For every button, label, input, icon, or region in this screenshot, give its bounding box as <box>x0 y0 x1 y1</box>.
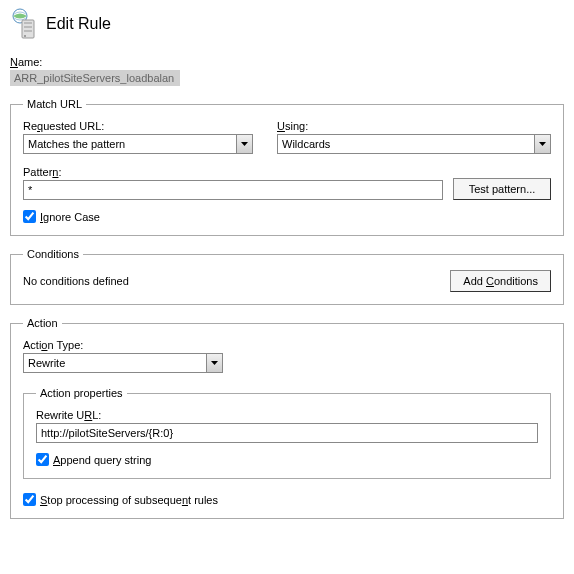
globe-server-icon <box>10 8 38 40</box>
action-type-label: Action Type: <box>23 339 223 351</box>
conditions-legend: Conditions <box>23 248 83 260</box>
using-label: Using: <box>277 120 551 132</box>
page-header: Edit Rule <box>10 8 564 40</box>
match-url-legend: Match URL <box>23 98 86 110</box>
action-properties-legend: Action properties <box>36 387 127 399</box>
page-title: Edit Rule <box>46 15 111 33</box>
chevron-down-icon[interactable] <box>206 354 222 372</box>
action-properties-group: Action properties Rewrite URL: Append qu… <box>23 387 551 479</box>
action-group: Action Action Type: Rewrite Action prope… <box>10 317 564 519</box>
svg-rect-2 <box>24 22 32 24</box>
stop-processing-label: Stop processing of subsequent rules <box>40 494 218 506</box>
append-query-checkbox[interactable] <box>36 453 49 466</box>
chevron-down-icon[interactable] <box>236 135 252 153</box>
pattern-label: Pattern: <box>23 166 443 178</box>
svg-rect-3 <box>24 26 32 28</box>
name-value: ARR_pilotSiteServers_loadbalan <box>10 70 180 86</box>
svg-point-5 <box>24 35 26 37</box>
add-conditions-button[interactable]: Add Conditions <box>450 270 551 292</box>
action-type-select[interactable]: Rewrite <box>23 353 223 373</box>
match-url-group: Match URL Requested URL: Matches the pat… <box>10 98 564 236</box>
name-label: Name: <box>10 56 564 68</box>
stop-processing-checkbox[interactable] <box>23 493 36 506</box>
ignore-case-label: Ignore Case <box>40 211 100 223</box>
conditions-empty-text: No conditions defined <box>23 275 129 287</box>
conditions-group: Conditions No conditions defined Add Con… <box>10 248 564 305</box>
action-type-value: Rewrite <box>24 357 206 369</box>
pattern-input[interactable] <box>23 180 443 200</box>
using-select[interactable]: Wildcards <box>277 134 551 154</box>
requested-url-select[interactable]: Matches the pattern <box>23 134 253 154</box>
chevron-down-icon[interactable] <box>534 135 550 153</box>
action-legend: Action <box>23 317 62 329</box>
requested-url-value: Matches the pattern <box>24 138 236 150</box>
requested-url-label: Requested URL: <box>23 120 253 132</box>
append-query-label: Append query string <box>53 454 151 466</box>
using-value: Wildcards <box>278 138 534 150</box>
rewrite-url-label: Rewrite URL: <box>36 409 538 421</box>
rewrite-url-input[interactable] <box>36 423 538 443</box>
name-section: Name: ARR_pilotSiteServers_loadbalan <box>10 56 564 86</box>
test-pattern-button[interactable]: Test pattern... <box>453 178 551 200</box>
ignore-case-checkbox[interactable] <box>23 210 36 223</box>
svg-rect-4 <box>24 30 32 32</box>
